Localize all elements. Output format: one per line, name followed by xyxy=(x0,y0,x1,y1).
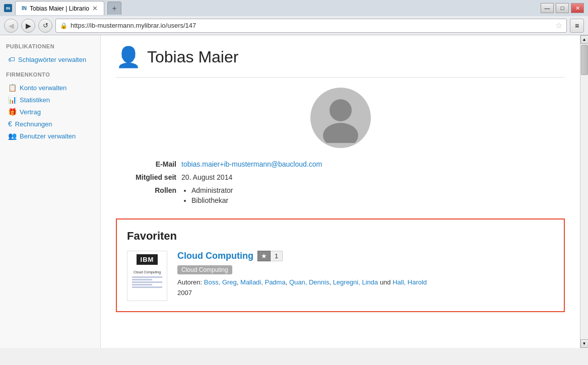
tab-favicon: IN xyxy=(22,6,27,11)
book-year: 2007 xyxy=(177,289,554,297)
minimize-button[interactable]: — xyxy=(541,3,554,13)
sidebar-section-publikationen: PUBLIKATIONEN xyxy=(6,43,94,49)
close-button[interactable]: ✕ xyxy=(571,3,584,13)
svg-point-1 xyxy=(323,123,358,143)
konto-icon: 📋 xyxy=(8,84,17,92)
window-controls: — □ ✕ xyxy=(541,3,584,13)
sidebar-item-label-vertrag: Vertrag xyxy=(20,108,41,116)
title-bar: IN IN Tobias Maier | Librario ✕ + — □ ✕ xyxy=(0,0,588,16)
book-cover-image: IBM Cloud Computing xyxy=(127,251,167,301)
author-4[interactable]: Legregni, Linda xyxy=(333,278,378,286)
email-value: tobias.maier+ib-mustermann@baucloud.com xyxy=(181,160,322,168)
star-button[interactable]: ★ xyxy=(257,251,271,261)
browser-menu-button[interactable]: ≡ xyxy=(570,19,584,33)
email-row: E-Mail tobias.maier+ib-mustermann@bauclo… xyxy=(116,160,565,168)
star-rating: ★ 1 xyxy=(257,251,283,261)
benutzer-icon: 👥 xyxy=(8,132,17,140)
main-content: 👤 Tobias Maier E-Mail tobias.maier+ib-mu… xyxy=(101,35,580,348)
authors-prefix: Autoren: xyxy=(177,278,202,286)
url-text: https://ib-mustermann.mylibrar.io/users/… xyxy=(71,22,552,29)
favorites-section: Favoriten IBM Cloud Computing xyxy=(116,218,565,312)
book-tag[interactable]: Cloud Computing xyxy=(177,265,232,274)
book-line-3 xyxy=(132,281,162,283)
scrollbar-up-button[interactable]: ▲ xyxy=(580,35,589,44)
scrollbar: ▲ ▼ xyxy=(580,35,588,348)
book-tag-container: Cloud Computing xyxy=(177,265,554,278)
book-line-4 xyxy=(132,284,152,285)
user-name-heading: Tobias Maier xyxy=(147,48,238,66)
bookmark-star-icon[interactable]: ☆ xyxy=(555,21,562,30)
scrollbar-thumb[interactable] xyxy=(581,45,588,75)
avatar-svg xyxy=(315,93,366,143)
svg-point-0 xyxy=(330,99,352,121)
book-cover: IBM Cloud Computing xyxy=(127,251,167,301)
email-link[interactable]: tobias.maier+ib-mustermann@baucloud.com xyxy=(181,160,322,168)
sidebar-item-label-statistiken: Statistiken xyxy=(20,96,50,104)
header-divider xyxy=(116,77,565,78)
ssl-icon: 🔒 xyxy=(60,22,68,29)
sidebar-item-benutzer[interactable]: 👥 Benutzer verwalten xyxy=(6,130,94,142)
role-administrator: Administrator xyxy=(191,186,233,194)
sidebar-item-vertrag[interactable]: 🎁 Vertrag xyxy=(6,106,94,118)
book-line-5 xyxy=(132,286,162,288)
user-info-section: E-Mail tobias.maier+ib-mustermann@bauclo… xyxy=(116,160,565,206)
tag-icon: 🏷 xyxy=(8,55,15,63)
sidebar-item-label-konto: Konto verwalten xyxy=(20,84,67,92)
sidebar-item-schlagworter[interactable]: 🏷 Schlagwörter verwalten xyxy=(6,53,94,65)
roles-list: Administrator Bibliothekar xyxy=(181,186,233,204)
book-line-2 xyxy=(132,279,152,280)
book-details: Cloud Computing ★ 1 Cloud Computing Auto… xyxy=(177,251,554,301)
author-2[interactable]: Malladi, Padma xyxy=(240,278,286,286)
reload-button[interactable]: ↺ xyxy=(38,19,52,33)
back-button[interactable]: ◀ xyxy=(4,19,18,33)
mitglied-value: 20. August 2014 xyxy=(181,173,232,181)
sidebar: PUBLIKATIONEN 🏷 Schlagwörter verwalten F… xyxy=(0,35,101,348)
vertrag-icon: 🎁 xyxy=(8,108,17,116)
browser-chrome: IN IN Tobias Maier | Librario ✕ + — □ ✕ … xyxy=(0,0,588,35)
email-label: E-Mail xyxy=(116,160,176,168)
author-1[interactable]: Boss, Greg xyxy=(204,278,237,286)
scrollbar-down-button[interactable]: ▼ xyxy=(580,339,589,348)
sidebar-item-konto[interactable]: 📋 Konto verwalten xyxy=(6,82,94,94)
rechnungen-icon: € xyxy=(8,120,12,128)
book-lines xyxy=(132,276,162,289)
avatar-container xyxy=(116,88,565,148)
browser-tab[interactable]: IN Tobias Maier | Librario ✕ xyxy=(15,1,104,15)
navigation-bar: ◀ ▶ ↺ 🔒 https://ib-mustermann.mylibrar.i… xyxy=(0,16,588,35)
sidebar-item-rechnungen[interactable]: € Rechnungen xyxy=(6,118,94,130)
new-tab-button[interactable]: + xyxy=(107,2,121,15)
book-authors: Autoren: Boss, Greg, Malladi, Padma, Qua… xyxy=(177,278,554,286)
rollen-row: Rollen Administrator Bibliothekar xyxy=(116,186,565,206)
user-header: 👤 Tobias Maier xyxy=(116,45,565,69)
author-5[interactable]: Hall, Harold xyxy=(393,278,427,286)
author-3[interactable]: Quan, Dennis xyxy=(289,278,330,286)
book-line-1 xyxy=(132,276,162,278)
tab-close-button[interactable]: ✕ xyxy=(92,5,98,12)
user-avatar xyxy=(310,88,371,148)
sidebar-item-label-schlagworter: Schlagwörter verwalten xyxy=(18,56,86,63)
sidebar-item-label-benutzer: Benutzer verwalten xyxy=(20,132,76,140)
address-bar[interactable]: 🔒 https://ib-mustermann.mylibrar.io/user… xyxy=(55,19,567,33)
browser-content: PUBLIKATIONEN 🏷 Schlagwörter verwalten F… xyxy=(0,35,588,348)
user-avatar-icon: 👤 xyxy=(116,45,141,69)
maximize-button[interactable]: □ xyxy=(556,3,569,13)
statistiken-icon: 📊 xyxy=(8,96,17,104)
sidebar-item-statistiken[interactable]: 📊 Statistiken xyxy=(6,94,94,106)
book-cover-title: Cloud Computing xyxy=(132,270,163,274)
favorites-title: Favoriten xyxy=(127,230,554,243)
mitglied-label: Mitglied seit xyxy=(116,173,176,181)
rollen-label: Rollen xyxy=(116,186,176,206)
forward-button[interactable]: ▶ xyxy=(21,19,35,33)
rollen-value: Administrator Bibliothekar xyxy=(181,186,233,206)
mitglied-row: Mitglied seit 20. August 2014 xyxy=(116,173,565,181)
ibm-logo: IBM xyxy=(137,254,158,265)
book-title-row: Cloud Computing ★ 1 xyxy=(177,251,554,261)
tab-logo: IN xyxy=(4,4,12,12)
rating-count: 1 xyxy=(271,251,283,261)
book-title-link[interactable]: Cloud Computing xyxy=(177,251,253,261)
role-bibliothekar: Bibliothekar xyxy=(191,196,233,204)
favorite-item: IBM Cloud Computing Cloud xyxy=(127,251,554,301)
tab-title: Tobias Maier | Librario xyxy=(30,5,89,12)
sidebar-section-firmenkonto: FIRMENKONTO xyxy=(6,71,94,78)
sidebar-item-label-rechnungen: Rechnungen xyxy=(15,120,52,128)
